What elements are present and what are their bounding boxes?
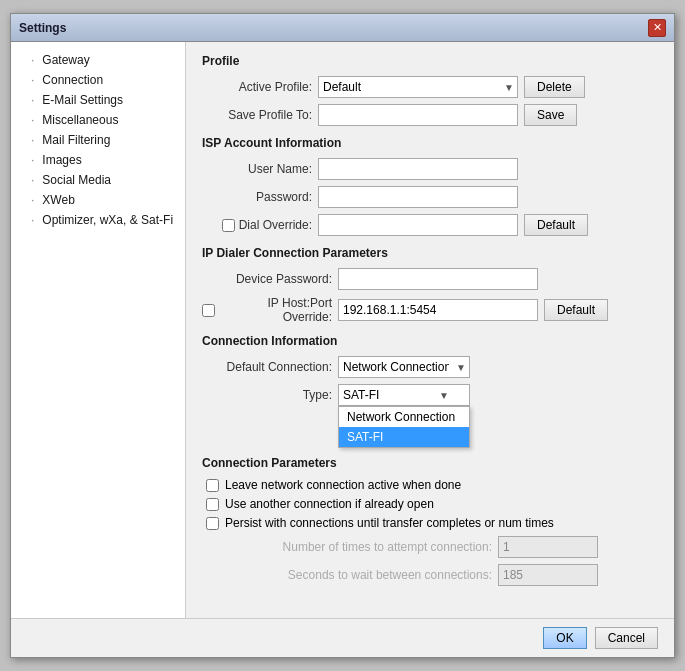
num-times-label: Number of times to attempt connection: [202, 540, 492, 554]
sidebar-item-e-mail-settings[interactable]: E-Mail Settings [11, 90, 185, 110]
connection-params-title: Connection Parameters [202, 456, 658, 470]
type-dropdown-arrow-icon: ▼ [439, 390, 449, 401]
sidebar-item-optimizer--wxa----sat-fi[interactable]: Optimizer, wXa, & Sat-Fi [11, 210, 185, 230]
settings-window: Settings ✕ GatewayConnectionE-Mail Setti… [10, 13, 675, 658]
type-dropdown-value: SAT-FI [343, 388, 379, 402]
profile-section-title: Profile [202, 54, 658, 68]
use-another-checkbox[interactable] [206, 498, 219, 511]
default-connection-label: Default Connection: [202, 360, 332, 374]
type-row: Type: SAT-FI ▼ Network Connection SAT-FI [202, 384, 658, 406]
seconds-input[interactable] [498, 564, 598, 586]
sidebar: GatewayConnectionE-Mail SettingsMiscella… [11, 42, 186, 618]
window-title: Settings [19, 21, 66, 35]
active-profile-dropdown-wrapper: Default ▼ [318, 76, 518, 98]
persist-label: Persist with connections until transfer … [225, 516, 554, 530]
cancel-button[interactable]: Cancel [595, 627, 658, 649]
titlebar: Settings ✕ [11, 14, 674, 42]
seconds-row: Seconds to wait between connections: [202, 564, 658, 586]
device-password-input[interactable] [338, 268, 538, 290]
username-input[interactable] [318, 158, 518, 180]
dial-override-row: Dial Override: Default [202, 214, 658, 236]
persist-row: Persist with connections until transfer … [202, 516, 658, 530]
type-dropdown-display[interactable]: SAT-FI ▼ [338, 384, 470, 406]
num-times-row: Number of times to attempt connection: [202, 536, 658, 558]
type-option-satfi[interactable]: SAT-FI [339, 427, 469, 447]
leave-network-row: Leave network connection active when don… [202, 478, 658, 492]
username-row: User Name: [202, 158, 658, 180]
ip-host-port-label-wrapper: IP Host:Port Override: [202, 296, 332, 324]
device-password-label: Device Password: [202, 272, 332, 286]
dial-override-label: Dial Override: [239, 218, 312, 232]
default-connection-dropdown-wrapper: Network Connection ▼ [338, 356, 470, 378]
sidebar-item-mail-filtering[interactable]: Mail Filtering [11, 130, 185, 150]
ip-dialer-section-title: IP Dialer Connection Parameters [202, 246, 658, 260]
username-label: User Name: [202, 162, 312, 176]
delete-button[interactable]: Delete [524, 76, 585, 98]
persist-checkbox[interactable] [206, 517, 219, 530]
close-button[interactable]: ✕ [648, 19, 666, 37]
ip-host-port-label: IP Host:Port Override: [219, 296, 332, 324]
save-profile-label: Save Profile To: [202, 108, 312, 122]
type-dropdown-popup: Network Connection SAT-FI [338, 406, 470, 448]
save-profile-input[interactable] [318, 104, 518, 126]
leave-network-label: Leave network connection active when don… [225, 478, 461, 492]
seconds-label: Seconds to wait between connections: [202, 568, 492, 582]
footer-bar: OK Cancel [11, 618, 674, 657]
dial-override-checkbox[interactable] [222, 219, 235, 232]
ip-default-button[interactable]: Default [544, 299, 608, 321]
active-profile-label: Active Profile: [202, 80, 312, 94]
default-connection-row: Default Connection: Network Connection ▼ [202, 356, 658, 378]
password-input[interactable] [318, 186, 518, 208]
ip-host-port-checkbox[interactable] [202, 304, 215, 317]
sidebar-item-miscellaneous[interactable]: Miscellaneous [11, 110, 185, 130]
ok-button[interactable]: OK [543, 627, 586, 649]
num-times-input[interactable] [498, 536, 598, 558]
active-profile-dropdown[interactable]: Default [318, 76, 518, 98]
device-password-row: Device Password: [202, 268, 658, 290]
save-profile-row: Save Profile To: Save [202, 104, 658, 126]
ip-host-port-row: IP Host:Port Override: Default [202, 296, 658, 324]
isp-section-title: ISP Account Information [202, 136, 658, 150]
dial-default-button[interactable]: Default [524, 214, 588, 236]
ip-host-port-input[interactable] [338, 299, 538, 321]
password-label: Password: [202, 190, 312, 204]
type-dropdown-wrapper: SAT-FI ▼ Network Connection SAT-FI [338, 384, 470, 406]
use-another-row: Use another connection if already open [202, 497, 658, 511]
sidebar-item-xweb[interactable]: XWeb [11, 190, 185, 210]
sidebar-item-gateway[interactable]: Gateway [11, 50, 185, 70]
dial-override-input[interactable] [318, 214, 518, 236]
dial-override-label-wrapper: Dial Override: [202, 218, 312, 232]
default-connection-dropdown[interactable]: Network Connection [338, 356, 470, 378]
type-label: Type: [202, 388, 332, 402]
type-option-network-connection[interactable]: Network Connection [339, 407, 469, 427]
window-body: GatewayConnectionE-Mail SettingsMiscella… [11, 42, 674, 618]
password-row: Password: [202, 186, 658, 208]
connection-info-section-title: Connection Information [202, 334, 658, 348]
save-button[interactable]: Save [524, 104, 577, 126]
sidebar-item-social-media[interactable]: Social Media [11, 170, 185, 190]
active-profile-row: Active Profile: Default ▼ Delete [202, 76, 658, 98]
use-another-label: Use another connection if already open [225, 497, 434, 511]
sidebar-item-images[interactable]: Images [11, 150, 185, 170]
leave-network-checkbox[interactable] [206, 479, 219, 492]
sidebar-item-connection[interactable]: Connection [11, 70, 185, 90]
connection-params-section: Connection Parameters Leave network conn… [202, 456, 658, 586]
main-content: Profile Active Profile: Default ▼ Delete… [186, 42, 674, 618]
